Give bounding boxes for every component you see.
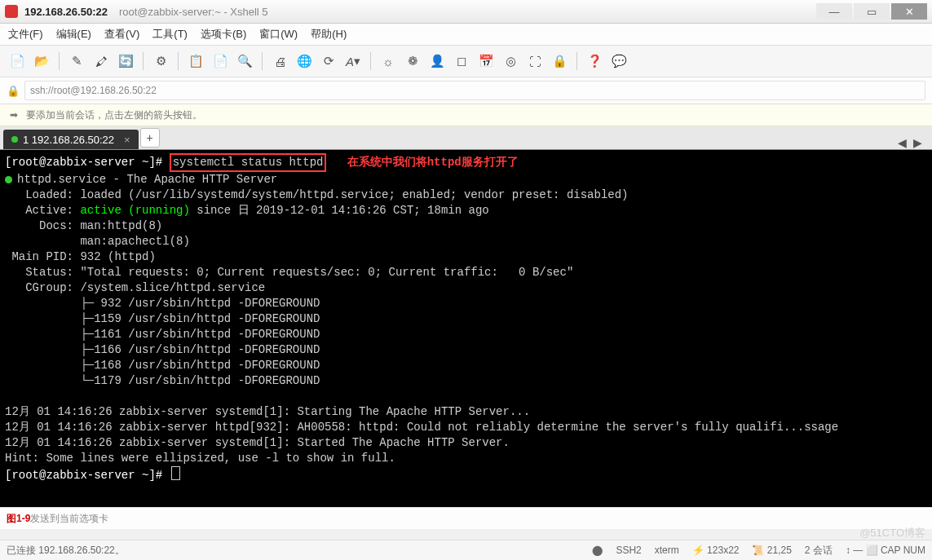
menu-file[interactable]: 文件(F): [8, 27, 43, 42]
send-hint: 发送到当前选项卡: [30, 512, 108, 526]
status-lock-icon: ⬤: [592, 545, 603, 556]
target-icon[interactable]: ◎: [500, 51, 521, 72]
log-1: 12月 01 14:16:26 zabbix-server systemd[1]…: [5, 405, 530, 418]
help-icon[interactable]: ❓: [584, 51, 605, 72]
line-docs2: man:apachectl(8): [5, 235, 190, 248]
log-3: 12月 01 14:16:26 zabbix-server systemd[1]…: [5, 436, 510, 449]
status-bar: 已连接 192.168.26.50:22。 ⬤ SSH2 xterm ⚡ 123…: [0, 540, 932, 560]
web-icon[interactable]: 🌐: [294, 51, 315, 72]
calendar-icon[interactable]: 📅: [475, 51, 497, 72]
window-controls: — ▭ ✕: [816, 3, 927, 20]
menu-edit[interactable]: 编辑(E): [56, 27, 91, 42]
log-2: 12月 01 14:16:26 zabbix-server httpd[932]…: [5, 421, 838, 434]
lock-icon[interactable]: [549, 51, 570, 72]
separator: [262, 52, 263, 70]
notice-text: 要添加当前会话，点击左侧的箭头按钮。: [26, 108, 202, 122]
title-ip: 192.168.26.50:22: [24, 6, 108, 18]
line-mainpid: Main PID: 932 (httpd): [5, 250, 156, 263]
tab-strip: 1 192.168.26.50:22 × + ◀ ▶: [0, 126, 932, 150]
menu-view[interactable]: 查看(V): [104, 27, 139, 42]
status-term: xterm: [655, 545, 679, 556]
paste-icon[interactable]: 📄: [210, 51, 231, 72]
status-proto: SSH2: [616, 545, 641, 556]
properties-icon[interactable]: ⚙: [150, 51, 171, 72]
line-active-label: Active:: [5, 204, 80, 217]
status-dot-icon: [11, 136, 18, 143]
title-path: root@zabbix-server:~ - Xshell 5: [119, 6, 268, 18]
separator: [576, 52, 577, 70]
status-connection: 已连接 192.168.26.50:22。: [7, 544, 125, 558]
line-status: Status: "Total requests: 0; Current requ…: [5, 266, 573, 279]
separator: [143, 52, 144, 70]
line-service: httpd.service - The Apache HTTP Server: [17, 173, 277, 186]
print-icon[interactable]: 🖨: [269, 51, 290, 72]
hint: Hint: Some lines were ellipsized, use -l…: [5, 452, 395, 465]
layout-icon[interactable]: ◻: [451, 51, 472, 72]
tab-close-icon[interactable]: ×: [124, 134, 130, 146]
app-icon: [5, 5, 18, 18]
fullscreen-icon[interactable]: ⛶: [524, 51, 546, 72]
separator: [178, 52, 179, 70]
menu-tab[interactable]: 选项卡(B): [201, 27, 246, 42]
menu-tools[interactable]: 工具(T): [152, 27, 188, 42]
line-docs1: Docs: man:httpd(8): [5, 219, 162, 232]
close-button[interactable]: ✕: [891, 3, 927, 20]
address-value: ssh://root@192.168.26.50:22: [30, 85, 157, 96]
prompt: [root@zabbix-server ~]#: [5, 156, 170, 169]
status-pos: 21,25: [767, 545, 792, 556]
title-bar: 192.168.26.50:22 root@zabbix-server:~ - …: [0, 0, 932, 24]
font-icon[interactable]: A▾: [342, 51, 364, 72]
find-icon[interactable]: 🔍: [234, 51, 255, 72]
user-icon[interactable]: 👤: [426, 51, 448, 72]
proc-4: ├─1166 /usr/sbin/httpd -DFOREGROUND: [5, 343, 320, 356]
menu-help[interactable]: 帮助(H): [311, 27, 347, 42]
chat-icon[interactable]: 💬: [608, 51, 629, 72]
maximize-button[interactable]: ▭: [854, 3, 890, 20]
accessory1-icon[interactable]: ☼: [378, 51, 399, 72]
line-active-state: active (running): [80, 204, 189, 217]
tab-next-icon[interactable]: ▶: [913, 136, 922, 149]
tab-label: 1 192.168.26.50:22: [23, 134, 114, 146]
copy-icon[interactable]: 📋: [185, 51, 206, 72]
prompt-2: [root@zabbix-server ~]#: [5, 469, 170, 482]
status-extra-icons: ↕ — ⬜ CAP NUM: [846, 545, 925, 556]
toolbar: 📄 📂 ✎ 🖍 🔄 ⚙ 📋 📄 🔍 🖨 🌐 ⟳ A▾ ☼ ❁ 👤 ◻ 📅 ◎ ⛶…: [0, 46, 932, 77]
cursor-icon: [171, 466, 180, 480]
reconnect-icon[interactable]: 🔄: [115, 51, 136, 72]
accessory2-icon[interactable]: ❁: [402, 51, 423, 72]
refresh2-icon[interactable]: ⟳: [318, 51, 339, 72]
open-icon[interactable]: 📂: [31, 51, 52, 72]
proc-2: ├─1159 /usr/sbin/httpd -DFOREGROUND: [5, 312, 320, 325]
status-sessions: 2 会话: [805, 544, 833, 558]
minimize-button[interactable]: —: [816, 3, 852, 20]
address-bar: 🔒 ssh://root@192.168.26.50:22: [0, 77, 932, 104]
menu-window[interactable]: 窗口(W): [259, 27, 298, 42]
separator: [370, 52, 371, 70]
send-bar: 图1-9 发送到当前选项卡: [0, 507, 932, 529]
address-field[interactable]: ssh://root@192.168.26.50:22: [24, 81, 925, 100]
new-session-icon[interactable]: 📄: [7, 51, 28, 72]
proc-6: └─1179 /usr/sbin/httpd -DFOREGROUND: [5, 374, 320, 387]
add-session-arrow-icon[interactable]: ➡: [7, 108, 21, 122]
lock-small-icon: 🔒: [7, 85, 20, 97]
annotation-text: 在系统中我们将httpd服务打开了: [347, 156, 519, 169]
service-dot-icon: [5, 176, 12, 183]
line-cgroup: CGroup: /system.slice/httpd.service: [5, 281, 265, 294]
edit-icon[interactable]: ✎: [66, 51, 87, 72]
terminal-output[interactable]: [root@zabbix-server ~]# systemctl status…: [0, 150, 932, 507]
proc-3: ├─1161 /usr/sbin/httpd -DFOREGROUND: [5, 328, 320, 341]
figure-label: 图1-9: [7, 512, 30, 526]
session-tab[interactable]: 1 192.168.26.50:22 ×: [3, 130, 139, 149]
status-size: 123x22: [707, 545, 739, 556]
line-active-since: since 日 2019-12-01 14:16:26 CST; 18min a…: [190, 204, 489, 217]
highlight-icon[interactable]: 🖍: [91, 51, 112, 72]
tab-prev-icon[interactable]: ◀: [898, 136, 907, 149]
notice-bar: ➡ 要添加当前会话，点击左侧的箭头按钮。: [0, 104, 932, 126]
command-highlight: systemctl status httpd: [170, 153, 327, 172]
menu-bar: 文件(F) 编辑(E) 查看(V) 工具(T) 选项卡(B) 窗口(W) 帮助(…: [0, 24, 932, 46]
proc-5: ├─1168 /usr/sbin/httpd -DFOREGROUND: [5, 359, 320, 372]
line-loaded: Loaded: loaded (/usr/lib/systemd/system/…: [5, 188, 629, 201]
proc-1: ├─ 932 /usr/sbin/httpd -DFOREGROUND: [5, 297, 320, 310]
new-tab-button[interactable]: +: [140, 128, 160, 148]
tab-nav: ◀ ▶: [891, 136, 929, 149]
